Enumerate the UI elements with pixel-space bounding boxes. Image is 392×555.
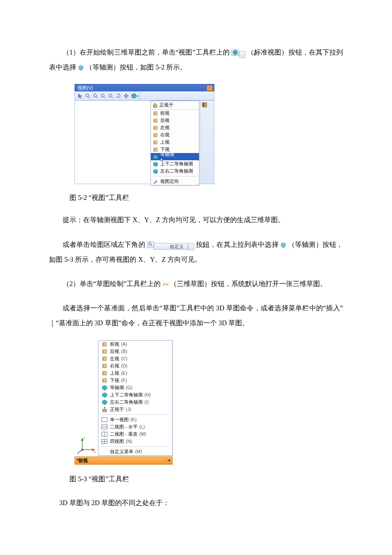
menu-item[interactable]: 左视(C)	[98, 355, 172, 362]
zoom-fit-icon-inline[interactable]	[147, 241, 154, 248]
zoom-inout-icon[interactable]	[100, 92, 107, 99]
dd-label: 右视	[160, 132, 170, 138]
zoom-fit-icon[interactable]	[84, 92, 91, 99]
menu-item[interactable]: 二视图 - 垂直(M)	[98, 431, 172, 438]
para-alt1: 或者单击绘图区域左下角的 自定义▾ 按钮，在其上拉列表中选择 （等轴测）按钮，如…	[49, 237, 343, 267]
menu-label: 上下二等角轴测	[110, 392, 143, 398]
custom-dropdown-arrow[interactable]: ▾	[188, 243, 194, 250]
menu-label: 四视图	[110, 438, 124, 445]
dd-view-item[interactable]: 上下二等角轴测	[151, 160, 199, 168]
dd-label: 上下二等角轴测	[160, 161, 193, 167]
svg-line-9	[104, 97, 105, 98]
dropdown-arrow[interactable]: ▾	[137, 94, 138, 98]
para-step1: （1）在开始绘制三维草图之前，单击“视图”工具栏上的 ▾ （标准视图）按钮，在其…	[49, 45, 343, 75]
menu-label: 右视	[110, 363, 119, 369]
menu-item[interactable]: 上视(E)	[98, 370, 172, 377]
para-step2: （2）单击“草图绘制”工具栏上的 （三维草图）按钮，系统默认地打开一张三维草图。	[49, 276, 343, 291]
zoom-area-icon[interactable]	[92, 92, 99, 99]
menu-item[interactable]: 等轴测(G)	[98, 384, 172, 391]
zoom-selection-icon[interactable]	[107, 92, 114, 99]
dd-view-item[interactable]: 等轴测	[151, 153, 199, 160]
svg-rect-43	[202, 103, 205, 107]
menu-item[interactable]: 自定义菜单(M)	[98, 448, 172, 455]
custom-button-inline[interactable]: 自定义	[154, 243, 188, 250]
menu-label: 左视	[110, 356, 119, 362]
menu-divider	[101, 446, 170, 447]
cube-icon	[101, 392, 108, 398]
menu-label: 后视	[110, 348, 119, 355]
dd-view-orientation[interactable]: 视图定向	[151, 178, 199, 185]
custom-button-label: 自定义	[170, 244, 184, 249]
separator	[139, 92, 140, 100]
menu-item[interactable]: 二视图 - 水平(L)	[98, 423, 172, 431]
dd-view-item[interactable]: 右视	[151, 131, 199, 139]
fig53-viewname-bar[interactable]: *前视 ▾	[75, 457, 173, 465]
menu-label: 前视	[110, 341, 119, 347]
face-icon	[101, 356, 108, 361]
menu-item[interactable]: 正视于(J)	[98, 406, 172, 413]
dd-view-item[interactable]: 后视	[151, 117, 199, 124]
menu-divider	[101, 414, 170, 415]
svg-marker-15	[125, 93, 127, 95]
viewport-icon	[101, 439, 108, 444]
svg-rect-69	[102, 417, 107, 422]
menu-item[interactable]: 上下二等角轴测(H)	[98, 391, 172, 399]
dropdown-arrow-inline[interactable]: ▾	[239, 51, 245, 58]
dd-label: 左视	[160, 124, 170, 131]
isometric-icon	[280, 242, 286, 248]
menu-item[interactable]: 前视(A)	[98, 341, 172, 348]
caption-5-3: 图 5-3 “视图”工具栏	[49, 472, 343, 486]
menu-item[interactable]: 后视(B)	[98, 348, 172, 355]
face-icon	[101, 341, 108, 347]
text: 按钮，在其上拉列表中选择	[196, 241, 279, 248]
std-views-button[interactable]	[130, 92, 137, 99]
svg-line-5	[89, 97, 90, 98]
dd-label: 前视	[160, 110, 170, 116]
close-icon[interactable]: ×	[207, 85, 213, 91]
menu-accel: (G)	[126, 385, 133, 390]
svg-point-8	[101, 94, 104, 97]
section-view-icon[interactable]	[201, 101, 208, 108]
svg-marker-12	[118, 93, 119, 95]
telescope-icon	[153, 179, 159, 184]
menu-item[interactable]: 下视(F)	[98, 377, 172, 384]
menu-accel: (B)	[121, 349, 127, 354]
svg-marker-23	[154, 103, 156, 104]
menu-accel: (N)	[126, 439, 132, 444]
menu-label: 自定义菜单	[110, 448, 133, 455]
menu-accel: (H)	[144, 392, 151, 397]
std-views-icon	[232, 49, 238, 55]
svg-point-6	[94, 94, 97, 97]
cube-icon	[153, 162, 159, 167]
normal-to-icon	[153, 103, 158, 108]
face-icon	[101, 363, 108, 369]
fig52-toolbar: ▾ 正视于 前视后视左视右视上视下视等轴测上下二等角轴测左右二等角轴测 视图定向	[75, 91, 214, 101]
svg-text:Y: Y	[83, 436, 86, 440]
cube-icon	[153, 154, 159, 159]
menu-accel: (J)	[126, 407, 131, 412]
menu-item[interactable]: 单一视图(K)	[98, 416, 172, 423]
dd-view-item[interactable]: 左视	[151, 124, 199, 131]
cursor-icon[interactable]	[77, 92, 84, 99]
cube-icon	[101, 385, 108, 390]
menu-accel: (D)	[121, 363, 127, 368]
text: （三维草图）按钮，系统默认地打开一张三维草图。	[170, 280, 327, 287]
menu-item[interactable]: 四视图(N)	[98, 438, 172, 445]
pan-icon[interactable]	[123, 92, 130, 99]
cube-icon	[153, 169, 159, 174]
rotate-icon[interactable]	[115, 92, 122, 99]
viewname-dropdown-arrow[interactable]: ▾	[166, 458, 172, 462]
dd-normal-to[interactable]: 正视于	[151, 101, 199, 110]
caption-5-2: 图 5-2 “视图”工具栏	[49, 191, 343, 205]
svg-line-45	[151, 245, 152, 246]
menu-accel: (K)	[130, 417, 137, 422]
svg-line-11	[112, 97, 113, 98]
face-icon	[101, 378, 108, 383]
dd-view-item[interactable]: 前视	[151, 110, 199, 117]
menu-item[interactable]: 左右二等角轴测(I)	[98, 399, 172, 406]
std-views-button-inline[interactable]	[231, 49, 239, 56]
dd-view-item[interactable]: 左右二等角轴测	[151, 168, 199, 175]
svg-marker-17	[124, 95, 125, 97]
dd-view-item[interactable]: 上视	[151, 139, 199, 146]
menu-item[interactable]: 右视(D)	[98, 362, 172, 370]
